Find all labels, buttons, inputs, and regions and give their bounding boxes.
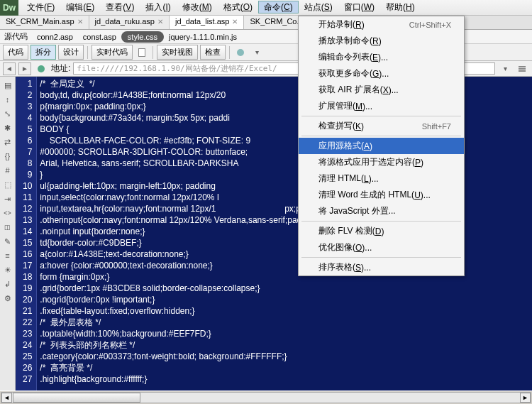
menu-item[interactable]: 优化图像(O)...	[299, 239, 464, 256]
tool-comment-icon[interactable]: #	[2, 165, 13, 176]
close-tab-icon[interactable]: ✕	[157, 18, 163, 26]
related-file[interactable]: jquery-1.11.0.min.js	[164, 31, 242, 43]
menu-item[interactable]: 清理 HTML(L)...	[299, 170, 464, 187]
menu-item[interactable]: 将 JavaScript 外置...	[299, 203, 464, 219]
live-code-button[interactable]: 实时代码	[92, 45, 133, 60]
line-numbers: 1234567891011121314151617181920212223242…	[16, 77, 37, 391]
tool-balance-icon[interactable]: ⇄	[2, 136, 13, 148]
doc-tab[interactable]: jd_data_ruku.asp✕	[89, 16, 170, 29]
tool-surround-icon[interactable]: ⬚	[2, 179, 13, 190]
live-view-button[interactable]: 实时视图	[157, 45, 198, 60]
menu-item[interactable]: 检查拼写(K)Shift+F7	[299, 118, 464, 134]
related-file[interactable]: const.asp	[78, 31, 121, 43]
inspect-button[interactable]: 检查	[200, 45, 226, 60]
related-file[interactable]: conn2.asp	[32, 31, 78, 43]
home-icon[interactable]	[34, 62, 48, 76]
menu-h[interactable]: 帮助(H)	[380, 1, 421, 13]
menu-item[interactable]: 开始录制(R)Ctrl+Shift+X	[299, 16, 464, 33]
split-view-button[interactable]: 拆分	[31, 45, 56, 60]
tool-indent-icon[interactable]: ⇥	[2, 193, 13, 204]
code-toolbar: ▤ ↕ ⤡ ✱ ⇄ {} # ⬚ ⇥ <> ◫ ✎ ≡ ☀ ↲ ⚙	[0, 77, 16, 391]
menu-item[interactable]: 扩展管理(M)...	[299, 98, 464, 114]
menu-item[interactable]: 获取更多命令(G)...	[299, 65, 464, 82]
tool-highlight-icon[interactable]: ☀	[2, 264, 13, 275]
menu-c[interactable]: 命令(C)	[258, 1, 299, 13]
address-label: 地址:	[51, 62, 70, 75]
menu-item[interactable]: 编辑命令列表(E)...	[299, 49, 464, 65]
tool-expand-icon[interactable]: ⤡	[2, 108, 13, 119]
menu-item[interactable]: 应用源格式(A)	[299, 138, 464, 154]
menu-i[interactable]: 插入(I)	[140, 1, 176, 13]
back-button[interactable]: ◄	[3, 62, 16, 75]
commands-menu: 开始录制(R)Ctrl+Shift+X播放录制命令(R)编辑命令列表(E)...…	[298, 16, 465, 276]
design-view-button[interactable]: 设计	[58, 45, 84, 60]
menu-v[interactable]: 查看(V)	[100, 1, 140, 13]
options-icon[interactable]: ▾	[250, 45, 264, 60]
tool-html-icon[interactable]: <>	[2, 207, 13, 219]
refresh-icon[interactable]	[233, 45, 248, 60]
tool-collapse-icon[interactable]: ↕	[2, 94, 13, 105]
menu-o[interactable]: 格式(O)	[218, 1, 258, 13]
scroll-thumb[interactable]	[13, 393, 140, 403]
addr-dropdown-icon[interactable]: ▾	[498, 62, 512, 76]
menu-item[interactable]: 清理 Word 生成的 HTML(U)...	[299, 187, 464, 203]
close-tab-icon[interactable]: ✕	[77, 18, 83, 26]
menu-item[interactable]: 排序表格(S)...	[299, 259, 464, 275]
tool-opts-icon[interactable]: ⚙	[2, 293, 13, 304]
menu-item[interactable]: 播放录制命令(R)	[299, 33, 464, 49]
menu-e[interactable]: 编辑(E)	[60, 1, 100, 13]
forward-button[interactable]: ►	[18, 62, 31, 75]
doc-tab[interactable]: jd_data_list.asp✕	[170, 16, 244, 29]
status-bar: ◄ ►	[0, 391, 532, 404]
horizontal-scrollbar[interactable]: ◄ ►	[1, 392, 531, 403]
menu-item[interactable]: 获取 AIR 扩展名(X)...	[299, 82, 464, 98]
menu-item[interactable]: 将源格式应用于选定内容(P)	[299, 154, 464, 170]
live-icon[interactable]	[135, 45, 149, 60]
tool-wrap-icon[interactable]: ↲	[2, 278, 13, 290]
tool-format-icon[interactable]: ≡	[2, 250, 13, 261]
tool-recent-icon[interactable]: ✎	[2, 236, 13, 247]
scroll-left-button[interactable]: ◄	[1, 393, 12, 403]
tool-open-icon[interactable]: ▤	[2, 80, 13, 91]
menu-w[interactable]: 窗口(W)	[338, 1, 380, 13]
related-file[interactable]: style.css	[121, 31, 164, 43]
related-label: 源代码	[4, 31, 28, 42]
code-view-button[interactable]: 代码	[3, 45, 28, 60]
tool-css-icon[interactable]: ◫	[2, 222, 13, 233]
close-tab-icon[interactable]: ✕	[232, 18, 238, 26]
menu-item[interactable]: 删除 FLV 检测(D)	[299, 223, 464, 239]
menu-s[interactable]: 站点(S)	[299, 1, 338, 13]
tool-snippet-icon[interactable]: {}	[2, 151, 13, 162]
tool-select-icon[interactable]: ✱	[2, 122, 13, 133]
menu-f[interactable]: 文件(F)	[21, 1, 60, 13]
app-logo: Dw	[0, 0, 18, 16]
menu-m[interactable]: 修改(M)	[177, 1, 218, 13]
doc-tab[interactable]: SK_CRM_Main.asp✕	[0, 16, 89, 29]
addr-opts-icon[interactable]	[515, 62, 529, 76]
scroll-right-button[interactable]: ►	[520, 393, 531, 403]
